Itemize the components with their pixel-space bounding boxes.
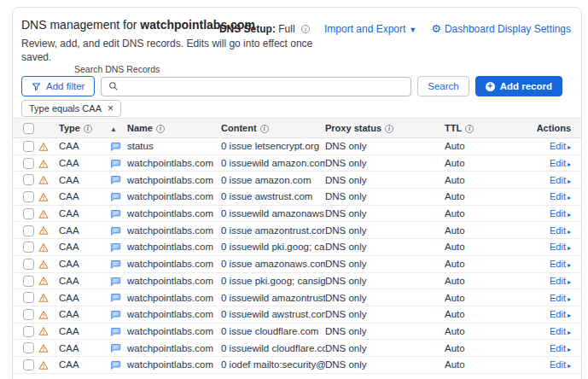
add-record-button[interactable]: + Add record <box>475 76 562 96</box>
edit-caret-icon: ▸ <box>568 194 571 201</box>
table-row: CAA watchpointlabs.com 0 issue cloudflar… <box>13 324 581 341</box>
edit-record-link[interactable]: Edit▸ <box>550 359 571 370</box>
edit-record-link[interactable]: Edit▸ <box>550 343 571 353</box>
edit-record-link[interactable]: Edit▸ <box>550 158 571 168</box>
table-row: CAA watchpointlabs.com 0 issue amazontru… <box>13 222 581 239</box>
edit-record-link[interactable]: Edit▸ <box>550 293 571 303</box>
comment-icon[interactable] <box>110 259 121 270</box>
record-content: 0 issuewild cloudflare.com <box>221 343 325 353</box>
toolbar: Add filter Search + Add record <box>21 76 562 96</box>
import-export-menu[interactable]: Import and Export▼ <box>324 23 416 35</box>
row-checkbox[interactable] <box>23 359 34 370</box>
comment-icon[interactable] <box>110 225 121 236</box>
row-checkbox[interactable] <box>23 158 34 169</box>
comment-icon[interactable] <box>110 141 121 152</box>
comment-icon[interactable] <box>110 359 121 370</box>
dns-management-card: DNS management for watchpointlabs.com Re… <box>12 7 582 379</box>
edit-caret-icon: ▸ <box>568 329 571 336</box>
record-ttl: Auto <box>445 343 525 353</box>
search-dns-records-label: Search DNS Records <box>74 64 160 74</box>
record-name: watchpointlabs.com <box>127 158 221 168</box>
row-checkbox[interactable] <box>23 276 34 287</box>
sort-ascending-icon[interactable]: ▲ <box>110 125 117 133</box>
warning-triangle-icon[interactable] <box>38 175 49 185</box>
row-checkbox[interactable] <box>23 259 34 270</box>
record-ttl: Auto <box>445 158 525 168</box>
row-checkbox[interactable] <box>23 342 34 353</box>
edit-record-link[interactable]: Edit▸ <box>550 175 571 185</box>
dns-setup-status: DNS Setup: Full i <box>219 23 310 35</box>
comment-icon[interactable] <box>110 292 121 303</box>
column-header-proxy-status[interactable]: Proxy statusi <box>325 123 445 133</box>
close-icon[interactable]: × <box>108 103 114 114</box>
row-checkbox[interactable] <box>23 141 34 152</box>
warning-triangle-icon[interactable] <box>38 192 49 202</box>
comment-icon[interactable] <box>110 309 121 320</box>
record-name: watchpointlabs.com <box>127 175 221 185</box>
comment-icon[interactable] <box>110 191 121 202</box>
add-filter-button[interactable]: Add filter <box>21 76 95 96</box>
column-header-ttl[interactable]: TTLi <box>445 123 525 133</box>
column-header-content[interactable]: Contenti <box>221 123 325 133</box>
warning-triangle-icon[interactable] <box>38 276 49 286</box>
warning-triangle-icon[interactable] <box>38 343 49 353</box>
row-checkbox[interactable] <box>23 326 34 337</box>
record-content: 0 issue amazontrust.com <box>221 225 325 236</box>
search-button[interactable]: Search <box>417 76 469 96</box>
info-icon[interactable]: i <box>301 25 310 33</box>
warning-triangle-icon[interactable] <box>38 225 49 236</box>
column-header-type[interactable]: Typei <box>59 123 110 133</box>
warning-triangle-icon[interactable] <box>38 142 49 152</box>
edit-record-link[interactable]: Edit▸ <box>550 326 571 336</box>
select-all-checkbox[interactable] <box>23 123 34 134</box>
row-checkbox[interactable] <box>23 191 34 202</box>
dns-search-input[interactable] <box>101 77 411 96</box>
row-checkbox[interactable] <box>23 225 34 236</box>
comment-icon[interactable] <box>110 342 121 353</box>
dashboard-display-settings-link[interactable]: ⚙Dashboard Display Settings <box>431 22 571 35</box>
record-proxy-status: DNS only <box>325 293 445 303</box>
info-icon[interactable]: i <box>465 125 474 133</box>
edit-record-link[interactable]: Edit▸ <box>550 259 571 269</box>
comment-icon[interactable] <box>110 276 121 287</box>
warning-triangle-icon[interactable] <box>38 310 49 320</box>
row-checkbox[interactable] <box>23 174 34 185</box>
row-checkbox[interactable] <box>23 242 34 253</box>
info-icon[interactable]: i <box>385 125 393 133</box>
record-name: watchpointlabs.com <box>127 225 221 236</box>
record-type: CAA <box>59 343 110 353</box>
edit-record-link[interactable]: Edit▸ <box>550 208 571 219</box>
edit-record-link[interactable]: Edit▸ <box>550 225 571 236</box>
info-icon[interactable]: i <box>156 125 165 133</box>
comment-icon[interactable] <box>110 158 121 169</box>
record-type: CAA <box>59 276 110 286</box>
record-content: 0 issuewild amazonaws.com <box>221 208 325 219</box>
row-checkbox[interactable] <box>23 292 34 303</box>
warning-triangle-icon[interactable] <box>38 159 49 169</box>
warning-triangle-icon[interactable] <box>38 259 49 270</box>
row-checkbox[interactable] <box>23 309 34 320</box>
edit-caret-icon: ▸ <box>568 362 571 370</box>
info-icon[interactable]: i <box>260 125 269 133</box>
comment-icon[interactable] <box>110 242 121 253</box>
warning-triangle-icon[interactable] <box>38 293 49 303</box>
comment-icon[interactable] <box>110 326 121 337</box>
warning-triangle-icon[interactable] <box>38 209 49 219</box>
edit-record-link[interactable]: Edit▸ <box>550 309 571 319</box>
comment-icon[interactable] <box>110 174 121 185</box>
edit-record-link[interactable]: Edit▸ <box>550 191 571 201</box>
record-proxy-status: DNS only <box>325 326 445 336</box>
column-header-name[interactable]: Namei <box>127 123 221 133</box>
warning-triangle-icon[interactable] <box>38 360 49 370</box>
record-type: CAA <box>59 158 110 168</box>
table-row: CAA watchpointlabs.com 0 issuewild amazo… <box>13 155 581 172</box>
edit-record-link[interactable]: Edit▸ <box>550 242 571 252</box>
warning-triangle-icon[interactable] <box>38 242 49 253</box>
comment-icon[interactable] <box>110 208 121 219</box>
edit-record-link[interactable]: Edit▸ <box>550 276 571 286</box>
row-checkbox[interactable] <box>23 208 34 219</box>
info-icon[interactable]: i <box>84 125 92 133</box>
warning-triangle-icon[interactable] <box>38 326 49 336</box>
record-content: 0 issue cloudflare.com <box>221 326 325 336</box>
edit-record-link[interactable]: Edit▸ <box>550 141 571 151</box>
